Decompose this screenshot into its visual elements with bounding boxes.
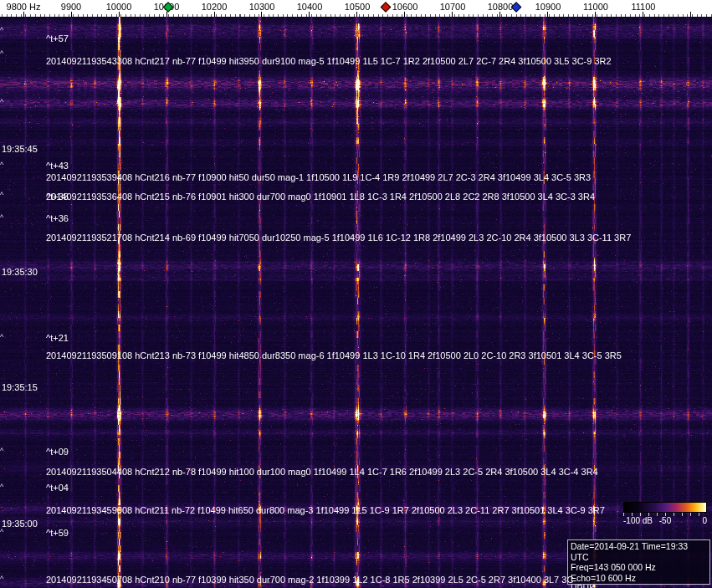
freq-label-11100: 11100 <box>632 2 656 12</box>
left-edge-tick: ^ <box>0 529 3 535</box>
detection-record: 20140921193543308 hCnt217 nb-77 f10499 h… <box>46 56 612 66</box>
detection-record: 20140921193521708 hCnt214 nb-69 f10499 h… <box>46 233 631 243</box>
left-edge-tick: ^ <box>0 99 3 105</box>
freq-label-10300: 10300 <box>249 2 275 12</box>
colorbar-label-min: -100 dB <box>623 516 653 525</box>
detection-record: 20140921193509108 hCnt213 nb-73 f10499 h… <box>46 350 622 360</box>
info-station-id: HPHK <box>571 583 707 588</box>
colorbar: -100 dB -50 0 <box>623 502 708 526</box>
left-edge-tick: ^ <box>0 575 3 582</box>
meteor-spectrogram-app: 9800 Hz990010000101001020010300104001050… <box>0 0 712 588</box>
detection-record: 20140921193459008 hCnt211 nb-72 f10499 h… <box>46 505 605 515</box>
freq-label-10400: 10400 <box>297 2 323 12</box>
red-diamond-marker[interactable] <box>381 2 392 13</box>
colorbar-gradient <box>623 502 707 513</box>
detection-record: 20140921193536408 hCnt215 nb-76 f10901 h… <box>46 192 595 202</box>
detection-time-tag: ^t+57 <box>46 33 69 43</box>
freq-label-10700: 10700 <box>440 2 466 12</box>
freq-label-10600: 10600 <box>392 2 418 12</box>
detection-record: 20140921193539408 hCnt216 nb-77 f10900 h… <box>46 172 591 182</box>
colorbar-label-max: 0 <box>702 516 707 525</box>
freq-label-9800Hz: 9800 Hz <box>7 2 41 12</box>
left-edge-tick: ^ <box>0 447 3 454</box>
detection-time-tag: ^t+59 <box>46 528 69 538</box>
freq-label-10900: 10900 <box>535 2 561 12</box>
freq-label-10000: 10000 <box>106 2 132 12</box>
left-edge-tick: ^ <box>0 214 3 221</box>
left-edge-tick: ^ <box>0 192 3 198</box>
colorbar-labels: -100 dB -50 0 <box>623 516 707 526</box>
time-label: 19:35:45 <box>2 144 38 154</box>
left-edge-tick: ^ <box>0 161 3 168</box>
detection-record: 20140921193450708 hCnt210 nb-77 f10399 h… <box>46 575 576 585</box>
left-edge-tick: ^ <box>0 27 3 33</box>
left-edge-tick: ^ <box>0 50 3 57</box>
info-echo: Echo=10 600 Hz <box>571 573 707 584</box>
left-edge-tick: ^ <box>0 483 3 490</box>
ruler-major-ticks <box>0 12 712 17</box>
time-label: 19:35:15 <box>2 382 38 392</box>
freq-label-11000: 11000 <box>583 2 608 12</box>
detection-time-tag: ^t+09 <box>46 447 69 457</box>
annotation-overlay: -100 dB -50 0 Date=2014-09-21 Time=19:33… <box>0 0 712 588</box>
status-info-box: Date=2014-09-21 Time=19:33 UTC Freq=143 … <box>567 539 710 585</box>
colorbar-label-mid: -50 <box>659 516 671 525</box>
freq-label-10200: 10200 <box>202 2 228 12</box>
info-date-time: Date=2014-09-21 Time=19:33 UTC <box>571 541 707 562</box>
freq-label-9900: 9900 <box>61 2 81 12</box>
detection-time-tag: ^t+21 <box>46 333 69 343</box>
time-label: 19:35:30 <box>2 267 38 277</box>
time-label: 19:35:00 <box>2 519 38 529</box>
detection-time-tag: ^t+43 <box>46 161 69 171</box>
detection-record: 20140921193504408 hCnt212 nb-78 f10499 h… <box>46 467 598 477</box>
detection-time-tag: ^t+36 <box>46 213 69 223</box>
info-frequency: Freq=143 050 000 Hz <box>571 562 707 573</box>
freq-label-10800: 10800 <box>488 2 514 12</box>
left-edge-tick: ^ <box>0 334 3 340</box>
detection-time-tag: ^t+38 <box>46 192 69 202</box>
detection-time-tag: ^t+04 <box>46 483 69 493</box>
frequency-ruler: 9800 Hz990010000101001020010300104001050… <box>0 0 712 17</box>
freq-label-10500: 10500 <box>345 2 371 12</box>
